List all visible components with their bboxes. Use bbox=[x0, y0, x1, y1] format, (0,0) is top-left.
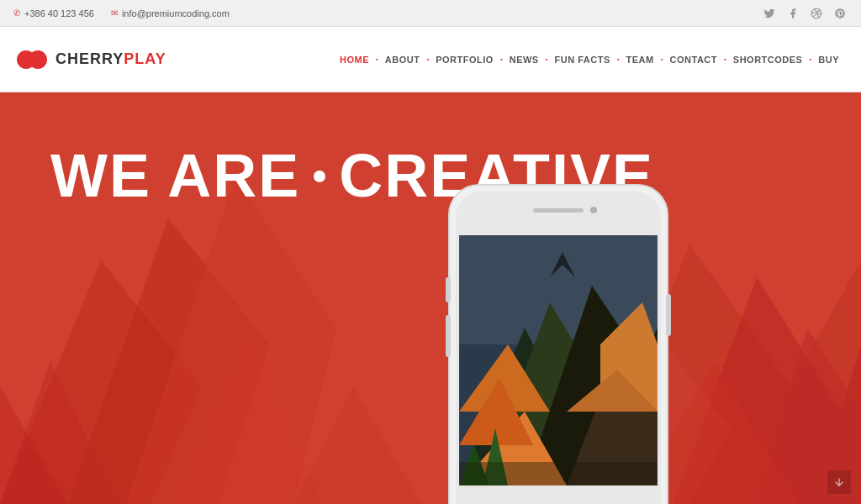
facebook-icon[interactable] bbox=[785, 6, 800, 21]
nav-separator-7: • bbox=[724, 56, 726, 63]
topbar: ✆ +386 40 123 456 ✉ info@premiumcoding.c… bbox=[0, 0, 861, 27]
svg-point-36 bbox=[590, 207, 597, 213]
hero-dot-separator bbox=[314, 171, 325, 182]
nav-link-news[interactable]: NEWS bbox=[508, 51, 541, 68]
svg-rect-38 bbox=[446, 315, 451, 357]
hero-section: WE ARE CREATIVE bbox=[0, 92, 861, 504]
twitter-icon[interactable] bbox=[762, 6, 777, 21]
nav-link-shortcodes[interactable]: SHORTCODES bbox=[732, 51, 805, 68]
nav-link-buy[interactable]: BUY bbox=[816, 51, 841, 68]
nav-item-about[interactable]: ABOUT bbox=[383, 51, 422, 68]
nav-link-portfolio[interactable]: PORTFOLIO bbox=[434, 51, 495, 68]
svg-rect-37 bbox=[446, 277, 451, 302]
email-contact: ✉ info@premiumcoding.com bbox=[111, 8, 230, 18]
logo-circle-right bbox=[29, 50, 47, 69]
nav-separator-5: • bbox=[617, 56, 620, 63]
nav-separator-8: • bbox=[809, 56, 811, 63]
svg-rect-31 bbox=[459, 462, 658, 486]
logo[interactable]: CHERRYPLAY bbox=[17, 44, 166, 76]
dribbble-icon[interactable] bbox=[809, 6, 824, 21]
phone-number: +386 40 123 456 bbox=[24, 8, 94, 18]
nav-link-contact[interactable]: CONTACT bbox=[668, 51, 719, 68]
nav-item-shortcodes[interactable]: SHORTCODES bbox=[732, 51, 805, 68]
nav-item-team[interactable]: TEAM bbox=[625, 51, 656, 68]
email-icon: ✉ bbox=[111, 8, 118, 18]
nav-link-home[interactable]: HOME bbox=[338, 51, 371, 68]
phone-icon: ✆ bbox=[13, 8, 20, 18]
phone-contact: ✆ +386 40 123 456 bbox=[13, 8, 94, 18]
hero-part1: WE ARE bbox=[50, 143, 300, 209]
nav-separator-1: • bbox=[376, 56, 378, 63]
nav-link-about[interactable]: ABOUT bbox=[383, 51, 422, 68]
social-links bbox=[762, 6, 848, 21]
logo-text: CHERRYPLAY bbox=[55, 50, 166, 68]
nav-separator-2: • bbox=[426, 56, 429, 63]
nav-item-buy[interactable]: BUY bbox=[816, 51, 841, 68]
svg-rect-35 bbox=[533, 208, 584, 213]
nav-separator-4: • bbox=[546, 56, 548, 63]
nav-links: HOME • ABOUT • PORTFOLIO • NEWS • FUN FA… bbox=[338, 51, 841, 68]
phone-mockup bbox=[399, 176, 718, 504]
logo-brand1: CHERRY bbox=[55, 50, 124, 67]
email-address: info@premiumcoding.com bbox=[122, 8, 230, 18]
scroll-indicator[interactable] bbox=[827, 470, 851, 494]
pinterest-icon[interactable] bbox=[832, 6, 848, 21]
logo-brand2: PLAY bbox=[124, 50, 166, 67]
topbar-contacts: ✆ +386 40 123 456 ✉ info@premiumcoding.c… bbox=[13, 8, 230, 18]
svg-rect-39 bbox=[666, 294, 671, 336]
nav-item-contact[interactable]: CONTACT bbox=[668, 51, 719, 68]
nav-separator-6: • bbox=[661, 56, 663, 63]
navbar: CHERRYPLAY HOME • ABOUT • PORTFOLIO • NE… bbox=[0, 27, 861, 92]
nav-link-team[interactable]: TEAM bbox=[625, 51, 656, 68]
nav-item-fun-facts[interactable]: FUN FACTS bbox=[553, 51, 612, 68]
nav-item-news[interactable]: NEWS bbox=[508, 51, 541, 68]
nav-item-home[interactable]: HOME bbox=[338, 51, 371, 68]
logo-icon bbox=[17, 44, 49, 76]
nav-item-portfolio[interactable]: PORTFOLIO bbox=[434, 51, 495, 68]
nav-link-fun-facts[interactable]: FUN FACTS bbox=[553, 51, 612, 68]
nav-separator-3: • bbox=[500, 56, 503, 63]
